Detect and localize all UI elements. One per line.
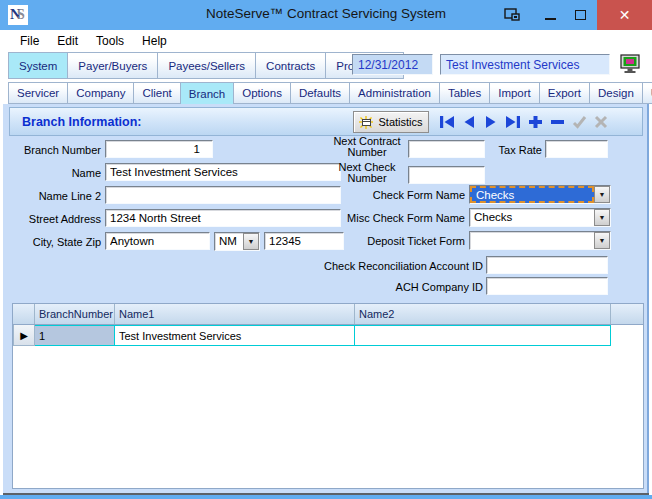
misc-check-form-dropdown-button[interactable]: ▼ — [594, 209, 610, 226]
deposit-ticket-form-label: Deposit Ticket Form — [303, 235, 465, 247]
move-previous-icon — [462, 115, 476, 129]
cell-branchnumber[interactable]: 1 — [35, 325, 115, 346]
name-field[interactable] — [105, 163, 341, 181]
deposit-ticket-dropdown-button[interactable]: ▼ — [594, 232, 610, 249]
menu-tools[interactable]: Tools — [87, 32, 133, 50]
next-contract-number-label: Next Contract Number — [328, 136, 406, 158]
menu-file[interactable]: File — [11, 32, 48, 50]
check-reconciliation-account-id-label: Check Reconciliation Account ID — [303, 260, 483, 272]
chevron-down-icon: ▼ — [599, 191, 606, 198]
add-record-icon — [528, 115, 543, 129]
window-frame-bottom — [0, 495, 652, 499]
check-form-name-label: Check Form Name — [303, 189, 465, 201]
delete-record-button[interactable] — [548, 114, 566, 130]
tab-client[interactable]: Client — [134, 82, 180, 104]
processing-date-field[interactable]: 12/31/2012 — [352, 54, 433, 75]
grid-selector-header — [13, 304, 35, 324]
close-button[interactable]: ✕ — [597, 0, 652, 30]
state-dropdown[interactable]: NM ▼ — [214, 232, 260, 251]
tax-rate-field[interactable] — [545, 140, 608, 158]
move-first-icon — [439, 115, 455, 129]
city-field[interactable] — [105, 232, 210, 250]
misc-check-form-name-dropdown[interactable]: Checks ▼ — [469, 208, 611, 227]
move-previous-button[interactable] — [460, 114, 478, 130]
page-title: Branch Information: — [10, 115, 141, 129]
save-record-button[interactable] — [570, 114, 588, 130]
monitor-button[interactable] — [617, 52, 643, 77]
minimize-icon — [545, 18, 556, 21]
statistics-button[interactable]: Statistics — [353, 111, 429, 133]
grid-col-branchnumber[interactable]: BranchNumber — [35, 304, 115, 324]
cell-name2[interactable] — [355, 325, 611, 346]
grid-col-name1[interactable]: Name1 — [115, 304, 355, 324]
menu-bar: File Edit Tools Help — [3, 30, 649, 51]
move-first-button[interactable] — [438, 114, 456, 130]
company-name-field[interactable]: Test Investment Services — [440, 54, 610, 75]
state-dropdown-button[interactable]: ▼ — [243, 233, 259, 250]
menu-help[interactable]: Help — [133, 32, 176, 50]
monitor-icon — [619, 54, 641, 75]
tab-design[interactable]: Design — [590, 82, 643, 104]
ach-company-id-field[interactable] — [486, 277, 608, 295]
move-next-icon — [484, 115, 498, 129]
tab-payees-sellers[interactable]: Payees/Sellers — [158, 53, 256, 78]
tab-branch[interactable]: Branch — [181, 82, 234, 106]
tab-tables[interactable]: Tables — [440, 82, 490, 104]
statistics-icon — [359, 116, 374, 129]
row-selector-cell[interactable]: ▶ — [13, 325, 35, 346]
misc-check-form-name-label: Misc Check Form Name — [303, 212, 465, 224]
cell-name1[interactable]: Test Investment Services — [115, 325, 355, 346]
next-check-number-field[interactable] — [408, 166, 485, 184]
delete-record-icon — [550, 115, 565, 129]
add-record-button[interactable] — [526, 114, 544, 130]
tab-utilities[interactable]: Utilities — [643, 82, 652, 104]
grid-col-name2[interactable]: Name2 — [355, 304, 611, 324]
row-selector-icon: ▶ — [20, 330, 28, 341]
tab-contracts[interactable]: Contracts — [256, 53, 326, 78]
city-state-zip-label: City, State Zip — [8, 236, 101, 248]
tab-administration[interactable]: Administration — [350, 82, 440, 104]
move-last-button[interactable] — [504, 114, 522, 130]
tab-defaults[interactable]: Defaults — [291, 82, 350, 104]
chevron-down-icon: ▼ — [599, 214, 606, 221]
title-bar: N S NoteServe™ Contract Servicing System… — [0, 0, 652, 30]
section-header: Branch Information: Statistics — [9, 107, 643, 136]
save-record-icon — [572, 115, 587, 129]
tab-system[interactable]: System — [9, 53, 68, 78]
move-last-icon — [505, 115, 521, 129]
menu-edit[interactable]: Edit — [48, 32, 87, 50]
maximize-icon — [575, 10, 586, 20]
window-layers-icon[interactable] — [498, 0, 526, 30]
table-row[interactable]: ▶ 1 Test Investment Services — [13, 325, 643, 346]
check-reconciliation-account-id-field[interactable] — [486, 256, 608, 274]
street-address-label: Street Address — [8, 213, 101, 225]
ach-company-id-label: ACH Company ID — [303, 281, 483, 293]
cancel-record-button[interactable] — [592, 114, 610, 130]
statistics-label: Statistics — [378, 116, 422, 128]
tab-options[interactable]: Options — [234, 82, 291, 104]
branch-number-field[interactable] — [105, 140, 213, 158]
tax-rate-label: Tax Rate — [485, 144, 542, 156]
tab-import[interactable]: Import — [490, 82, 540, 104]
grid-header: BranchNumber Name1 Name2 — [13, 304, 643, 325]
next-check-number-label: Next Check Number — [328, 162, 406, 184]
branch-panel: Branch Information: Statistics — [3, 104, 649, 493]
check-form-dropdown-button[interactable]: ▼ — [594, 186, 610, 203]
move-next-button[interactable] — [482, 114, 500, 130]
tab-servicer[interactable]: Servicer — [8, 82, 68, 104]
branch-grid: BranchNumber Name1 Name2 ▶ 1 Test Invest… — [12, 303, 644, 489]
minimize-button[interactable] — [536, 0, 564, 30]
check-form-name-dropdown[interactable]: Checks ▼ — [469, 185, 611, 204]
deposit-ticket-form-dropdown[interactable]: ▼ — [469, 231, 611, 250]
main-tab-strip: System Payer/Buyers Payees/Sellers Contr… — [8, 52, 404, 79]
record-navigator — [438, 111, 610, 133]
close-icon: ✕ — [619, 7, 631, 23]
next-contract-number-field[interactable] — [408, 140, 485, 158]
tab-company[interactable]: Company — [68, 82, 134, 104]
branch-number-label: Branch Number — [8, 144, 101, 156]
maximize-button[interactable] — [566, 0, 594, 30]
tab-export[interactable]: Export — [540, 82, 590, 104]
tab-payer-buyers[interactable]: Payer/Buyers — [68, 53, 158, 78]
cancel-record-icon — [594, 115, 608, 129]
misc-check-form-name-value: Checks — [470, 209, 594, 226]
